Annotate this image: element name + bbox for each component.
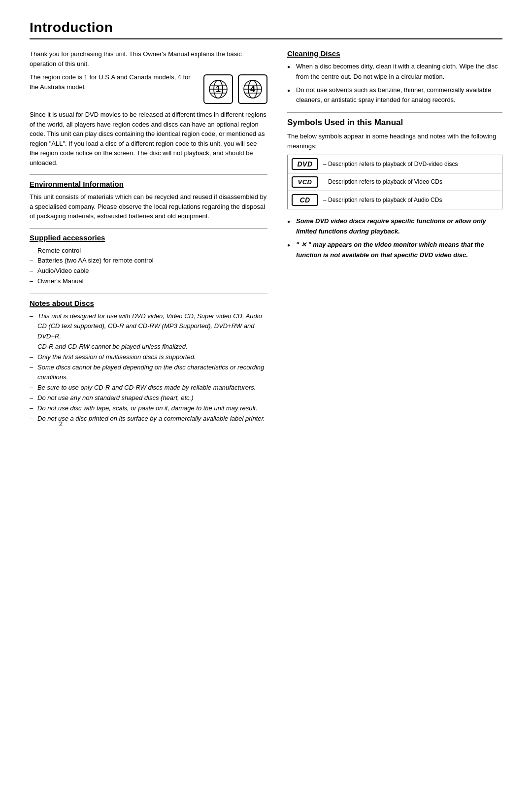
title-divider (30, 38, 502, 39)
cd-desc: – Description refers to playback of Audi… (323, 196, 442, 204)
region-section: The region code is 1 for U.S.A and Canad… (30, 72, 267, 104)
region-text: The region code is 1 for U.S.A and Canad… (30, 72, 194, 104)
symbol-row-vcd: VCD – Description refers to playback of … (288, 173, 502, 191)
symbols-intro: The below symbols appear in some heading… (287, 132, 502, 151)
vcd-badge: VCD (292, 176, 318, 188)
intro-paragraph2: Since it is usual for DVD movies to be r… (30, 110, 267, 167)
list-item: Some discs cannot be played depending on… (30, 363, 267, 383)
intro-paragraph1: Thank you for purchasing this unit. This… (30, 49, 267, 68)
symbol-row-cd: CD – Description refers to playback of A… (288, 191, 502, 209)
symbol-row-dvd: DVD – Description refers to playback of … (288, 155, 502, 173)
page-number: 2 (59, 420, 63, 428)
list-item: Do not use any non standard shaped discs… (30, 393, 267, 403)
vcd-label: VCD (298, 178, 312, 186)
symbols-notes: Some DVD video discs require specific fu… (287, 216, 502, 260)
notes-list: This unit is designed for use with DVD v… (30, 311, 267, 424)
list-item: This unit is designed for use with DVD v… (30, 311, 267, 342)
left-column: Thank you for purchasing this unit. This… (30, 49, 267, 428)
vcd-desc: – Description refers to playback of Vide… (323, 178, 442, 186)
dvd-desc: – Description refers to playback of DVD-… (323, 160, 458, 168)
list-item: Do not use a disc printed on its surface… (30, 414, 267, 424)
main-content: Thank you for purchasing this unit. This… (30, 49, 502, 428)
region-icons: 1 4 (203, 72, 267, 104)
right-column: Cleaning Discs When a disc becomes dirty… (287, 49, 502, 428)
region4-icon: 4 (238, 74, 267, 104)
symbols-note1: Some DVD video discs require specific fu… (287, 216, 502, 237)
env-heading: Environmental Information (30, 180, 267, 188)
list-item: Batteries (two AA size) for remote contr… (30, 256, 267, 266)
list-item: Audio/Video cable (30, 266, 267, 276)
symbols-rule (287, 112, 502, 113)
cleaning-heading: Cleaning Discs (287, 49, 502, 58)
list-item: Do not use disc with tape, scals, or pas… (30, 403, 267, 414)
region1-number: 1 (216, 84, 221, 95)
list-item: Owner's Manual (30, 276, 267, 287)
dvd-label: DVD (297, 160, 312, 168)
symbols-heading: Symbols Used in this Manual (287, 118, 502, 128)
supplied-list: Remote control Batteries (two AA size) f… (30, 246, 267, 287)
supplied-heading: Supplied accessories (30, 233, 267, 242)
notes-rule (30, 294, 267, 294)
list-item: Only the first session of multisession d… (30, 352, 267, 363)
supplied-rule (30, 228, 267, 229)
env-rule (30, 174, 267, 175)
dvd-badge: DVD (292, 158, 318, 170)
list-item: Remote control (30, 246, 267, 256)
notes-heading: Notes about Discs (30, 299, 267, 307)
list-item: When a disc becomes dirty, clean it with… (287, 62, 502, 82)
list-item: Be sure to use only CD-R and CD-RW discs… (30, 383, 267, 393)
list-item: CD-R and CD-RW cannot be played unless f… (30, 342, 267, 352)
list-item: Do not use solvents such as benzine, thi… (287, 85, 502, 106)
symbols-note2: " ✕ " may appears on the video monitor w… (287, 240, 502, 261)
region4-number: 4 (250, 84, 255, 95)
env-text: This unit consists of materials which ca… (30, 192, 267, 221)
page-title: Introduction (30, 20, 502, 35)
cd-label: CD (299, 196, 310, 204)
region1-icon: 1 (203, 74, 233, 104)
symbol-table: DVD – Description refers to playback of … (287, 155, 502, 209)
cleaning-list: When a disc becomes dirty, clean it with… (287, 62, 502, 105)
cd-badge: CD (292, 194, 318, 206)
